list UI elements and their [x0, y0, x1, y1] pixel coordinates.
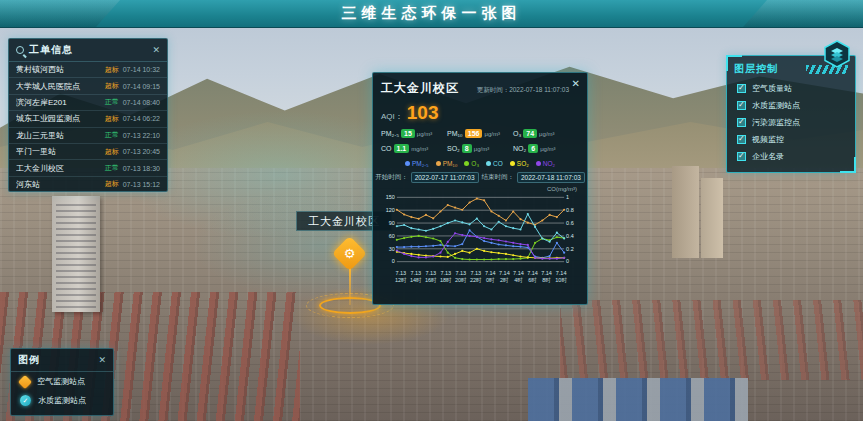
close-icon[interactable]: ✕: [98, 356, 106, 365]
x-axis-tick-label: 7.1316时: [425, 270, 437, 284]
start-time-label: 开始时间：: [375, 173, 408, 182]
pollutant-grid: PM₂.₅ 15 μg/m³ PM₁₀ 156 μg/m³ O₃ 74 μg/m…: [381, 129, 579, 153]
chart-legend-item[interactable]: O₃: [464, 160, 479, 167]
update-time: 更新时间：2022-07-18 11:07:03: [477, 86, 569, 95]
chart-legend-item[interactable]: CO: [486, 160, 503, 167]
alert-name: 城东工业园监测点: [16, 113, 101, 124]
app-header: 三维生态环保一张图: [0, 0, 863, 28]
x-axis-tick-label: 7.1318时: [440, 270, 452, 284]
pollutant-cell: CO 1.1 mg/m³: [381, 144, 447, 153]
tower-right-1: [672, 166, 699, 258]
alert-row[interactable]: 城东工业园监测点 超标 07-14 06:22: [9, 111, 167, 127]
alert-time: 07-13 20:45: [123, 148, 160, 155]
time-range-row: 开始时间： 2022-07-17 11:07:03 结束时间： 2022-07-…: [381, 172, 579, 183]
legend-item: 空气监测站点: [11, 372, 113, 391]
search-icon: [16, 46, 24, 54]
legend-item: ✓ 水质监测站点: [11, 391, 113, 410]
alert-row[interactable]: 大学城人民医院点 超标 07-14 09:15: [9, 78, 167, 94]
chart-legend-item[interactable]: PM₁₀: [436, 160, 458, 167]
alert-time: 07-13 15:12: [123, 181, 160, 188]
alert-status-tag: 超标: [105, 81, 119, 91]
industrial-sheds: [528, 378, 748, 421]
alert-status-tag: 超标: [105, 114, 119, 124]
checkbox[interactable]: [737, 101, 746, 110]
alert-status-tag: 正常: [105, 163, 119, 173]
end-time-input[interactable]: 2022-07-18 11:07:03: [517, 172, 585, 183]
x-axis-tick-label: 7.1410时: [555, 270, 567, 284]
legend-series-label: O₃: [471, 160, 479, 167]
map-legend-panel: 图例 ✕ 空气监测站点 ✓ 水质监测站点: [10, 348, 114, 416]
svg-text:0.6: 0.6: [566, 220, 574, 226]
alert-name: 黄村镇河西站: [16, 64, 101, 75]
pollutant-trend-chart: 030609012015000.20.40.60.81 7.1312时7.131…: [381, 193, 579, 284]
alert-time: 07-14 06:22: [123, 115, 160, 122]
chart-legend-item[interactable]: PM₂.₅: [405, 160, 429, 167]
svg-text:0.4: 0.4: [566, 233, 574, 239]
svg-text:0.8: 0.8: [566, 207, 574, 213]
end-time-label: 结束时间：: [482, 173, 515, 182]
legend-series-label: SO₂: [517, 160, 529, 167]
aqi-value: 103: [407, 102, 439, 124]
station-marker-icon: ⚙: [337, 241, 362, 266]
alert-time: 07-14 08:40: [123, 99, 160, 106]
alert-name: 滨河左岸E201: [16, 97, 101, 108]
svg-text:30: 30: [389, 246, 395, 252]
layer-panel-title: 图层控制: [734, 62, 778, 76]
checkbox[interactable]: [737, 118, 746, 127]
x-axis-tick-label: 7.140时: [485, 270, 496, 284]
alert-row[interactable]: 滨河左岸E201 正常 07-14 08:40: [9, 95, 167, 111]
legend-series-label: NO₂: [543, 160, 555, 167]
alert-name: 工大金川校区: [16, 163, 101, 174]
legend-item-label: 空气监测站点: [37, 376, 85, 387]
layer-item[interactable]: 企业名录: [727, 148, 855, 165]
water-station-circle-icon: ✓: [20, 395, 31, 406]
legend-color-dot: [536, 161, 541, 166]
right-axis-unit-label: CO(mg/m³): [381, 186, 577, 192]
alert-name: 大学城人民医院点: [16, 81, 101, 92]
station-marker[interactable]: ⚙: [332, 236, 367, 271]
alert-row[interactable]: 工大金川校区 正常 07-13 18:30: [9, 160, 167, 176]
chart-legend-item[interactable]: NO₂: [536, 160, 555, 167]
start-time-input[interactable]: 2022-07-17 11:07:03: [411, 172, 479, 183]
alert-row[interactable]: 黄村镇河西站 超标 07-14 10:32: [9, 62, 167, 78]
alert-time: 07-13 18:30: [123, 165, 160, 172]
pollutant-cell: O₃ 74 μg/m³: [513, 129, 579, 138]
layer-item[interactable]: 空气质量站: [727, 80, 855, 97]
x-axis-tick-label: 7.146时: [527, 270, 538, 284]
svg-text:90: 90: [389, 220, 395, 226]
svg-text:0: 0: [566, 258, 569, 264]
legend-panel-title: 图例: [18, 353, 40, 367]
station-detail-popup: ✕ 工大金川校区 更新时间：2022-07-18 11:07:03 AQI： 1…: [372, 72, 588, 305]
alert-row[interactable]: 平门一里站 超标 07-13 20:45: [9, 144, 167, 160]
chart-legend-item[interactable]: SO₂: [510, 160, 529, 167]
layer-item[interactable]: 视频监控: [727, 131, 855, 148]
alert-row[interactable]: 河东站 超标 07-13 15:12: [9, 177, 167, 193]
checkbox[interactable]: [737, 135, 746, 144]
layer-item[interactable]: 水质监测站点: [727, 97, 855, 114]
alert-time: 07-14 09:15: [123, 83, 160, 90]
layer-item-label: 企业名录: [752, 151, 784, 162]
checkbox[interactable]: [737, 84, 746, 93]
legend-color-dot: [405, 161, 410, 166]
svg-text:0: 0: [392, 258, 395, 264]
close-icon[interactable]: ✕: [152, 46, 160, 55]
tall-building: [52, 196, 100, 312]
svg-text:120: 120: [386, 207, 395, 213]
alert-time: 07-13 22:10: [123, 132, 160, 139]
alert-panel-header: 工单信息 ✕: [9, 39, 167, 62]
residential-district-right: [560, 300, 863, 380]
pollutant-value-badge: 74: [523, 129, 537, 138]
layers-hexagon-icon[interactable]: [823, 40, 851, 72]
pollutant-value-badge: 6: [528, 144, 538, 153]
layer-item[interactable]: 污染源监控点: [727, 114, 855, 131]
pollutant-cell: SO₂ 8 μg/m³: [447, 144, 513, 153]
alert-rows: 黄村镇河西站 超标 07-14 10:32 大学城人民医院点 超标 07-14 …: [9, 62, 167, 193]
close-icon[interactable]: ✕: [572, 78, 580, 89]
x-axis-labels: 7.1312时7.1314时7.1316时7.1318时7.1320时7.132…: [381, 269, 579, 284]
legend-item-label: 水质监测站点: [38, 395, 86, 406]
alert-panel-title: 工单信息: [29, 43, 73, 57]
layer-item-label: 空气质量站: [752, 83, 792, 94]
checkbox[interactable]: [737, 152, 746, 161]
svg-text:1: 1: [566, 194, 569, 200]
alert-row[interactable]: 龙山三元里站 正常 07-13 22:10: [9, 128, 167, 144]
